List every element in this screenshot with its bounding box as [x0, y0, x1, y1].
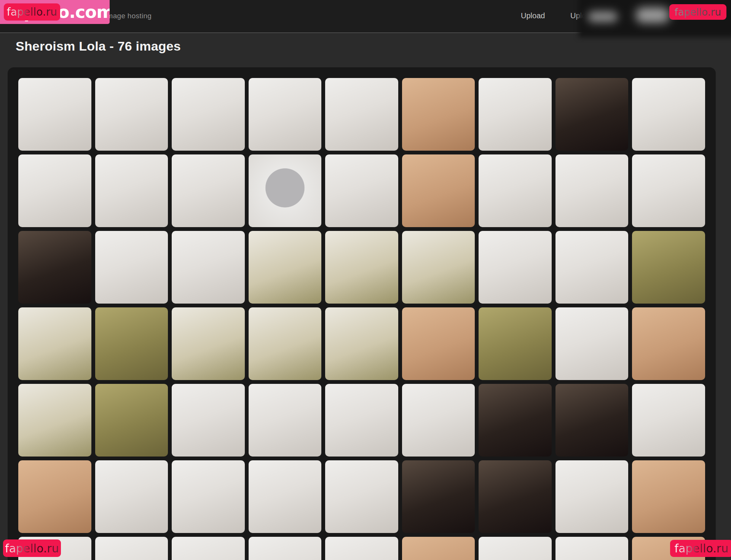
gallery-thumbnail[interactable]: [479, 537, 552, 560]
gallery-thumbnail[interactable]: [632, 78, 705, 151]
upload-link[interactable]: Upload: [521, 11, 545, 20]
gallery-thumbnail[interactable]: [325, 307, 398, 380]
gallery-thumbnail[interactable]: [325, 231, 398, 304]
gallery-thumbnail[interactable]: [479, 231, 552, 304]
watermark-badge-text: fapello.ru: [7, 6, 57, 18]
gallery-thumbnail[interactable]: [172, 460, 245, 533]
gallery-thumbnail[interactable]: [249, 78, 322, 151]
gallery-thumbnail[interactable]: [95, 307, 168, 380]
gallery-thumbnail[interactable]: [402, 537, 475, 560]
gallery-thumbnail[interactable]: [95, 384, 168, 457]
page-title: Sheroism Lola - 76 images: [16, 39, 181, 54]
gallery-thumbnail[interactable]: [18, 384, 91, 457]
gallery-thumbnail[interactable]: [249, 231, 322, 304]
gallery-thumbnail[interactable]: [95, 460, 168, 533]
gallery-thumbnail[interactable]: [95, 78, 168, 151]
gallery-thumbnail[interactable]: [479, 78, 552, 151]
watermark-badge-text: fapello.ru: [675, 542, 729, 555]
gallery-thumbnail[interactable]: [172, 307, 245, 380]
gallery-thumbnail[interactable]: [555, 460, 629, 533]
gallery-thumbnail[interactable]: [249, 154, 322, 227]
gallery-thumbnail[interactable]: [249, 460, 322, 533]
gallery-thumbnail[interactable]: [95, 537, 168, 560]
watermark-badge-top-right: fapello.ru: [669, 4, 726, 20]
gallery-thumbnail[interactable]: [479, 307, 552, 380]
gallery-thumbnail[interactable]: [632, 384, 705, 457]
gallery-thumbnail[interactable]: [172, 78, 245, 151]
gallery-thumbnail[interactable]: [555, 78, 629, 151]
gallery-thumbnail[interactable]: [172, 231, 245, 304]
site-tagline: image hosting: [105, 12, 152, 20]
gallery-thumbnail[interactable]: [402, 307, 475, 380]
gallery-thumbnail[interactable]: [18, 154, 91, 227]
gallery-thumbnail[interactable]: [249, 537, 322, 560]
watermark-badge-bottom-right: fapello.ru: [670, 540, 731, 557]
watermark-badge-text: fapello.ru: [675, 6, 721, 18]
site-header: image hosting fapello.com fapello.ru Upl…: [0, 0, 731, 33]
gallery-thumbnail[interactable]: [249, 384, 322, 457]
gallery-thumbnail[interactable]: [172, 384, 245, 457]
gallery-thumbnail[interactable]: [402, 460, 475, 533]
gallery-thumbnail[interactable]: [172, 154, 245, 227]
gallery-grid: [18, 78, 705, 560]
gallery-thumbnail[interactable]: [325, 384, 398, 457]
gallery-thumbnail[interactable]: [402, 78, 475, 151]
gallery-thumbnail[interactable]: [632, 154, 705, 227]
gallery-thumbnail[interactable]: [632, 307, 705, 380]
gallery-thumbnail[interactable]: [555, 307, 629, 380]
gallery-thumbnail[interactable]: [555, 154, 629, 227]
watermark-badge-top-left: fapello.ru: [4, 3, 60, 21]
gallery-thumbnail[interactable]: [632, 231, 705, 304]
gallery-thumbnail[interactable]: [325, 537, 398, 560]
gallery-thumbnail[interactable]: [402, 384, 475, 457]
gallery-thumbnail[interactable]: [325, 460, 398, 533]
gallery-thumbnail[interactable]: [325, 78, 398, 151]
gallery-thumbnail[interactable]: [95, 154, 168, 227]
gallery-thumbnail[interactable]: [402, 231, 475, 304]
gallery-thumbnail[interactable]: [555, 537, 629, 560]
gallery-thumbnail[interactable]: [95, 231, 168, 304]
gallery-thumbnail[interactable]: [18, 231, 91, 304]
gallery-thumbnail[interactable]: [479, 460, 552, 533]
gallery-thumbnail[interactable]: [555, 231, 629, 304]
watermark-badge-bottom-left: fapello.ru: [3, 539, 61, 557]
gallery-thumbnail[interactable]: [632, 460, 705, 533]
gallery-thumbnail[interactable]: [479, 154, 552, 227]
blurred-username-blob: [636, 8, 669, 23]
gallery-panel: [8, 67, 716, 560]
gallery-thumbnail[interactable]: [555, 384, 629, 457]
watermark-badge-text: fapello.ru: [5, 542, 59, 555]
gallery-thumbnail[interactable]: [479, 384, 552, 457]
gallery-thumbnail[interactable]: [18, 460, 91, 533]
gallery-thumbnail[interactable]: [18, 78, 91, 151]
blurred-account-blob: [588, 11, 618, 22]
gallery-thumbnail[interactable]: [325, 154, 398, 227]
gallery-thumbnail[interactable]: [402, 154, 475, 227]
gallery-thumbnail[interactable]: [172, 537, 245, 560]
gallery-thumbnail[interactable]: [249, 307, 322, 380]
gallery-thumbnail[interactable]: [18, 307, 91, 380]
